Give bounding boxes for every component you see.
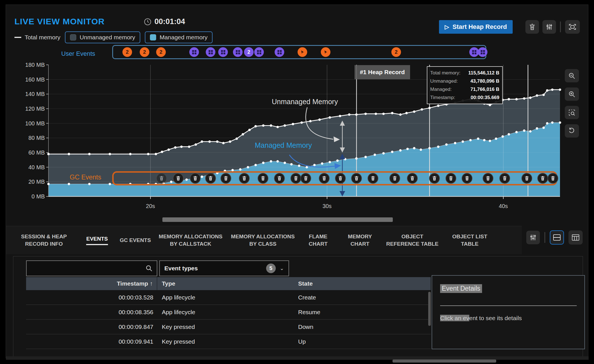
tab-flame-chart[interactable]: FLAME CHART	[299, 226, 337, 254]
y-axis-label: 120 MB	[12, 106, 45, 112]
trash-glyph	[303, 175, 309, 181]
tooltip-row: Managed:71,766,016 B	[430, 85, 499, 93]
table-row[interactable]: 00:00:03.528App lifecycleCreate	[26, 290, 431, 305]
tab-toolbar-divider	[544, 232, 545, 243]
column-header-type[interactable]: Type	[157, 277, 292, 290]
heap-record-marker-label[interactable]: #1 Heap Record	[355, 65, 410, 79]
tab-session-heap-record-info[interactable]: SESSION & HEAP RECORD INFO	[10, 226, 78, 254]
trash-glyph	[208, 175, 213, 181]
trash-glyph	[464, 175, 470, 181]
trash-glyph	[223, 175, 229, 181]
gc-event-marker[interactable]	[446, 173, 456, 184]
x-axis-label: 40s	[499, 203, 508, 209]
live-view-monitor-window: LIVE VIEW MONITOR 00:01:04 ▷ Start Heap …	[6, 5, 588, 358]
trash-glyph	[354, 175, 359, 181]
tab-events[interactable]: EVENTS	[78, 226, 116, 254]
tab-label: EVENTS	[86, 235, 108, 245]
column-header-state[interactable]: State	[292, 277, 430, 290]
cell-state: Down	[292, 320, 430, 334]
tooltip-value: 71,766,016 B	[470, 85, 499, 93]
column-header-timestamp[interactable]: Timestamp ↑	[26, 277, 157, 290]
tab-object-list-table[interactable]: OBJECT LIST TABLE	[442, 226, 497, 254]
gc-event-marker[interactable]	[483, 173, 493, 184]
tab-memory-allocations-by-callstack[interactable]: MEMORY ALLOCATIONS BY CALLSTACK	[154, 226, 227, 254]
trash-glyph	[485, 175, 491, 181]
tooltip-label: Total memory:	[430, 69, 461, 77]
search-input[interactable]	[31, 265, 145, 272]
cell-timestamp: 00:00:03.528	[26, 290, 157, 305]
zoom-reset-button[interactable]	[565, 124, 579, 138]
cell-timestamp: 00:00:09.941	[26, 334, 157, 349]
cell-timestamp: 00:00:08.356	[26, 305, 157, 319]
memory-chart[interactable]: 180 MB160 MB140 MB120 MB100 MB80 MB60 MB…	[6, 5, 589, 226]
y-axis-label: 100 MB	[12, 120, 45, 127]
gc-event-marker[interactable]	[548, 173, 558, 184]
gc-event-marker[interactable]	[300, 173, 311, 184]
zoom-in-button[interactable]	[565, 87, 579, 101]
gc-event-marker[interactable]	[190, 173, 201, 184]
gc-event-marker[interactable]	[462, 173, 472, 184]
tab-memory-allocations-by-class[interactable]: MEMORY ALLOCATIONS BY CLASS	[227, 226, 299, 254]
chart-horizontal-scrollbar[interactable]	[162, 217, 393, 222]
layout-grid-button[interactable]	[568, 230, 583, 245]
tab-memory-chart[interactable]: MEMORY CHART	[337, 226, 383, 254]
cell-state: Resume	[292, 305, 430, 319]
grid-layout-icon	[572, 234, 580, 241]
gc-event-marker[interactable]	[239, 173, 250, 184]
gc-event-marker[interactable]	[274, 173, 285, 184]
cell-type: App lifecycle	[157, 305, 292, 319]
gc-event-marker[interactable]	[319, 173, 330, 184]
sort-ascending-icon: ↑	[150, 280, 153, 287]
trash-glyph	[524, 175, 530, 181]
tooltip-label: Managed:	[430, 85, 452, 93]
trash-glyph	[448, 175, 454, 181]
gc-event-marker[interactable]	[389, 173, 400, 184]
gc-event-marker[interactable]	[290, 173, 301, 184]
gc-event-marker[interactable]	[521, 173, 532, 184]
gc-event-marker[interactable]	[499, 173, 510, 184]
cell-state: Create	[292, 290, 430, 305]
trash-glyph	[293, 175, 299, 181]
tab-object-reference-table[interactable]: OBJECT REFERENCE TABLE	[383, 226, 442, 254]
gc-event-marker[interactable]	[258, 173, 268, 184]
zoom-out-icon	[568, 72, 576, 80]
gc-event-marker[interactable]	[537, 173, 548, 184]
tab-label: SESSION & HEAP RECORD INFO	[12, 233, 76, 248]
table-row[interactable]: 00:00:09.847Key pressedDown	[26, 320, 431, 334]
trash-glyph	[192, 175, 198, 181]
event-types-dropdown[interactable]: Event types 5 ⌄	[159, 260, 289, 276]
table-row[interactable]: 00:00:08.356App lifecycleResume	[26, 305, 431, 320]
bottom-horizontal-scrollbar[interactable]	[393, 359, 496, 363]
trash-glyph	[159, 175, 164, 181]
event-search-box[interactable]	[26, 260, 157, 276]
events-table-scrollbar[interactable]	[428, 292, 431, 326]
gc-event-marker[interactable]	[351, 173, 362, 184]
gc-event-marker[interactable]	[407, 173, 418, 184]
tooltip-row: Timestamp:00:00:35.669	[430, 93, 499, 102]
zoom-out-button[interactable]	[565, 69, 579, 82]
tab-gc-events[interactable]: GC EVENTS	[116, 226, 154, 254]
y-axis-label: 60 MB	[12, 149, 45, 156]
gc-events-label: GC Events	[70, 174, 101, 181]
gc-event-marker[interactable]	[173, 173, 184, 184]
tab-label: MEMORY ALLOCATIONS BY CLASS	[229, 233, 297, 248]
gc-event-marker[interactable]	[335, 173, 346, 184]
events-table-body: 00:00:03.528App lifecycleCreate00:00:08.…	[26, 290, 431, 349]
zoom-in-icon	[568, 91, 576, 98]
tab-label: MEMORY ALLOCATIONS BY CALLSTACK	[157, 233, 224, 248]
zoom-selection-button[interactable]	[565, 106, 579, 119]
gc-event-marker[interactable]	[205, 173, 216, 184]
tooltip-value: 00:00:35.669	[471, 93, 499, 102]
gc-event-marker[interactable]	[429, 173, 440, 184]
trash-glyph	[432, 175, 437, 181]
y-axis-label: 160 MB	[12, 76, 45, 83]
cell-type: Key pressed	[157, 334, 292, 349]
gc-event-marker[interactable]	[156, 173, 167, 184]
table-settings-button[interactable]	[526, 231, 540, 244]
layout-split-horizontal-button[interactable]	[550, 230, 564, 245]
gc-event-marker[interactable]	[368, 173, 378, 184]
bottom-scroll-track	[6, 356, 589, 360]
table-row[interactable]: 00:00:09.941Key pressedUp	[26, 334, 431, 349]
gc-event-marker[interactable]	[220, 173, 231, 184]
y-axis-label: 40 MB	[12, 164, 45, 171]
